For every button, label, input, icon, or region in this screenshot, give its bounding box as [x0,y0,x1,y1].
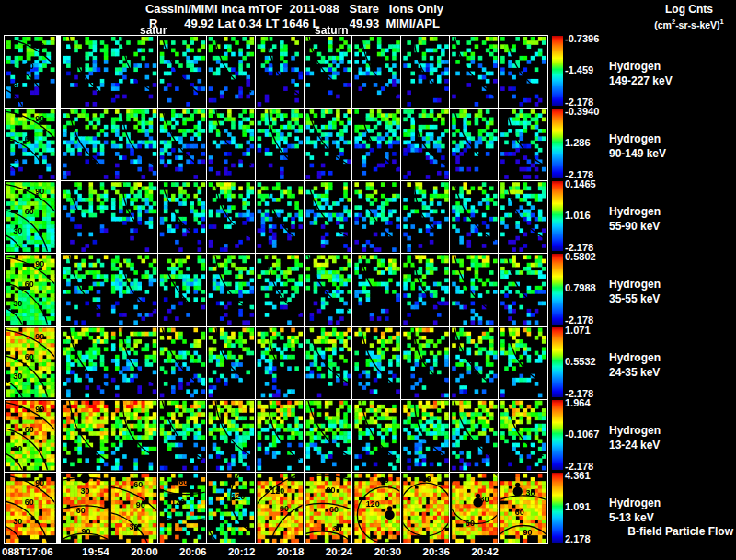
colorbar-tick-mid: 1.091 [565,501,591,512]
colorbar-tick-max: 4.361 [565,470,591,481]
saturn-annotation-2: saturn [315,24,349,37]
colorbar-tick-min: 2.178 [565,533,591,544]
energy-label: 24-35 keV [609,366,660,379]
colorbar-tick-mid: -1.459 [565,64,593,75]
colorbar-tick-mid: -0.1067 [565,429,599,440]
species-label: Hydrogen [609,278,661,291]
time-axis-label: 19:54 [74,546,118,557]
energy-label: 5-13 keV [609,511,654,524]
energy-label: 149-227 keV [609,74,673,87]
units-sup: 1 [720,17,724,26]
colorbar-row-3 [552,181,563,251]
energy-label: 90-149 keV [609,147,666,160]
energy-label: 13-24 keV [609,439,660,451]
colorbar-row-6 [552,400,563,470]
species-label: Hydrogen [609,424,661,437]
colorbar-tick-mid: 1.016 [565,210,591,221]
mimi-inca-stare-plot: Cassini/MIMI Inca mTOF 2011-088 Stare Io… [0,0,736,560]
units-text: -sr-s-keV) [675,19,719,30]
species-label: Hydrogen [609,205,661,218]
units-text: (cm [654,19,672,30]
spectrogram-tile-grid [4,35,548,544]
colorbar-legend-units: (cm2-sr-s-keV)1 [644,16,734,31]
time-axis-label: 088T17:06 [2,546,53,557]
colorbar-tick-max: 1.071 [565,325,591,336]
colorbar-row-5 [552,327,563,397]
colorbar-tick-mid: 0.5532 [565,356,596,367]
species-label: Hydrogen [609,351,661,364]
species-label: Hydrogen [609,60,661,73]
time-axis-label: 20:12 [220,546,264,557]
colorbar-row-4 [552,254,563,324]
colorbar-tick-max: 0.5802 [565,251,596,262]
time-axis-label: 20:42 [463,546,507,557]
colorbar-tick-max: 1.964 [565,397,591,408]
species-label: Hydrogen [609,497,661,509]
time-axis-label: 20:24 [317,546,362,557]
colorbar-tick-max: -0.3940 [565,106,599,117]
plot-title: Cassini/MIMI Inca mTOF 2011-088 Stare Io… [0,2,589,16]
colorbar-tick-max: -0.7396 [565,33,599,44]
time-axis-label: 20:06 [171,546,215,557]
time-axis-label: 20:36 [414,546,458,557]
colorbar-tick-mid: 0.7988 [565,282,596,293]
time-axis-label: 20:18 [269,546,313,557]
colorbar-legend: Log Cnts (cm2-sr-s-keV)1 [644,3,734,31]
colorbar-legend-title: Log Cnts [644,3,734,16]
plot-subtitle: R 49.92 Lat 0.34 LT 1646 L 49.93 MIMI/AP… [0,17,589,30]
species-label: Hydrogen [609,132,661,145]
bfield-particle-flow-label: B-field Particle Flow [627,525,733,538]
colorbar-row-2 [552,109,563,178]
time-axis-label: 20:00 [122,546,167,557]
energy-label: 55-90 keV [609,220,660,233]
energy-label: 35-55 keV [609,292,660,305]
colorbar-tick-max: 0.1465 [565,178,596,189]
saturn-annotation-1: satur [140,24,167,37]
colorbar-row-7 [552,473,563,543]
colorbar-tick-mid: 1.286 [565,137,591,148]
time-axis-label: 20:30 [365,546,409,557]
colorbar-row-1 [552,36,563,106]
